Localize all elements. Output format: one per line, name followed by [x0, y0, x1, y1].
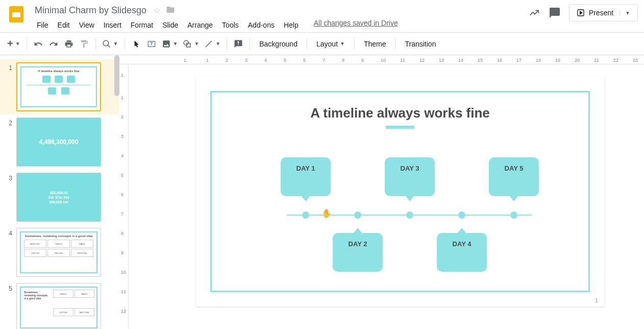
slide-canvas[interactable]: A timeline always works fine DAY 1 DAY 3… — [196, 77, 604, 307]
ruler-tick: 23 — [633, 58, 638, 63]
header-main: Minimal Charm by Slidesgo ☆ File Edit Vi… — [33, 4, 528, 31]
menu-insert[interactable]: Insert — [100, 19, 126, 31]
callout-day3[interactable]: DAY 3 — [385, 157, 435, 196]
ruler-tick: 3 — [121, 134, 123, 139]
image-button[interactable]: ▼ — [160, 37, 180, 51]
slide-number: 1 — [5, 62, 12, 72]
present-button[interactable]: Present ▼ — [569, 4, 638, 21]
menu-help[interactable]: Help — [280, 19, 303, 31]
slide-thumb-1[interactable]: 1 A timeline always works fine — [0, 59, 119, 114]
menu-arrange[interactable]: Arrange — [183, 19, 217, 31]
slide-panel[interactable]: 1 A timeline always works fine 2 4,498,3… — [0, 55, 119, 329]
ruler-tick: 20 — [575, 58, 580, 63]
timeline-dot-5[interactable] — [510, 212, 517, 219]
undo-button[interactable] — [31, 37, 45, 51]
present-dropdown-icon[interactable]: ▼ — [620, 10, 630, 16]
explore-icon[interactable] — [528, 7, 540, 19]
thumb-cell: VENUS — [47, 240, 70, 248]
thumb-stat: 24h 37m 23s — [48, 196, 69, 199]
callout-day4[interactable]: DAY 4 — [437, 233, 487, 272]
comment-button[interactable] — [231, 37, 245, 51]
menu-edit[interactable]: Edit — [54, 19, 74, 31]
canvas-wrap[interactable]: A timeline always works fine DAY 1 DAY 3… — [129, 64, 644, 329]
ruler-tick: 7 — [323, 58, 325, 63]
slide-thumb-5[interactable]: 5 Sometimes, reviewing concepts is a goo… — [0, 280, 119, 329]
ruler-tick: 22 — [613, 58, 618, 63]
ruler-tick: 10 — [121, 270, 126, 275]
ruler-tick: 10 — [381, 58, 386, 63]
callout-day5[interactable]: DAY 5 — [489, 157, 539, 196]
move-folder-icon[interactable] — [166, 5, 175, 16]
separator — [95, 38, 96, 50]
slide-thumb-3[interactable]: 3 333,000.00 24h 37m 23s 386,000 km — [0, 170, 119, 225]
doc-title[interactable]: Minimal Charm by Slidesgo — [33, 4, 148, 17]
theme-button[interactable]: Theme — [359, 37, 391, 51]
menu-format[interactable]: Format — [127, 19, 157, 31]
ruler-tick: 4 — [264, 58, 267, 63]
callout-label: DAY 5 — [505, 165, 524, 172]
ruler-tick: 11 — [400, 58, 405, 63]
thumb-title: A timeline always works fine — [21, 69, 96, 73]
menu-file[interactable]: File — [33, 19, 53, 31]
ruler-tick: 9 — [121, 250, 123, 255]
comments-icon[interactable] — [549, 7, 561, 19]
ruler-tick: 7 — [121, 212, 123, 217]
separator — [307, 38, 307, 50]
save-status[interactable]: All changes saved in Drive — [314, 19, 398, 31]
thumb-cell: NEPTUNE — [71, 249, 93, 257]
horizontal-ruler[interactable]: 1 1 2 3 4 5 6 7 8 9 10 11 12 13 14 15 16… — [119, 55, 644, 64]
menu-tools[interactable]: Tools — [218, 19, 243, 31]
print-button[interactable] — [62, 37, 76, 51]
timeline-dot-2[interactable] — [354, 212, 361, 219]
transition-button[interactable]: Transition — [400, 37, 441, 51]
vertical-ruler[interactable]: 1 1 2 3 4 5 6 7 8 9 10 11 12 — [119, 64, 129, 329]
ruler-tick: 1 — [121, 73, 123, 78]
thumb-bignum: 4,498,300,000 — [39, 138, 79, 146]
paint-format-button[interactable] — [77, 37, 91, 51]
zoom-button[interactable]: ▼ — [100, 37, 120, 51]
star-icon[interactable]: ☆ — [154, 6, 161, 15]
thumb-cell: JUPITER — [24, 249, 46, 257]
title-underline-shape[interactable] — [386, 126, 414, 129]
page-number[interactable]: 1 — [595, 297, 598, 303]
callout-day1[interactable]: DAY 1 — [281, 157, 331, 196]
background-button[interactable]: Background — [254, 37, 303, 51]
thumb-cell: MARS — [71, 240, 93, 248]
slides-logo[interactable] — [6, 4, 27, 25]
layout-button[interactable]: Layout▼ — [311, 37, 350, 51]
ruler-tick: 18 — [536, 58, 541, 63]
shape-button[interactable]: ▼ — [181, 37, 201, 51]
thumb-title: Sometimes, reviewing concepts is a good … — [21, 288, 51, 327]
timeline-dot-4[interactable] — [458, 212, 465, 219]
thumbnail: A timeline always works fine — [16, 62, 101, 111]
menu-view[interactable]: View — [75, 19, 98, 31]
new-slide-button[interactable]: +▼ — [5, 37, 22, 51]
sidebar-scrollbar[interactable] — [114, 55, 119, 96]
ruler-tick: 4 — [121, 153, 123, 158]
textbox-button[interactable] — [144, 37, 159, 51]
thumbnail: Sometimes, reviewing concepts is a good … — [16, 283, 101, 329]
ruler-tick: 12 — [121, 309, 126, 314]
app-header: Minimal Charm by Slidesgo ☆ File Edit Vi… — [0, 0, 644, 33]
ruler-tick: 15 — [478, 58, 483, 63]
timeline-dot-1[interactable] — [302, 212, 309, 219]
menu-addons[interactable]: Add-ons — [244, 19, 279, 31]
thumb-cell: NEPTUNE — [75, 308, 94, 316]
menu-bar: File Edit View Insert Format Slide Arran… — [33, 19, 528, 31]
slide-thumb-2[interactable]: 2 4,498,300,000 — [0, 114, 119, 170]
redo-button[interactable] — [46, 37, 61, 51]
edit-area: 1 1 2 3 4 5 6 7 8 9 10 11 12 13 14 15 16… — [119, 55, 644, 329]
timeline-dot-3[interactable] — [406, 212, 413, 219]
ruler-tick: 8 — [342, 58, 344, 63]
ruler-tick: 19 — [555, 58, 560, 63]
ruler-tick: 6 — [303, 58, 306, 63]
slide-thumb-4[interactable]: 4 Sometimes, reviewing concepts is a goo… — [0, 225, 119, 280]
select-tool[interactable] — [129, 37, 143, 51]
title-row: Minimal Charm by Slidesgo ☆ — [33, 4, 528, 17]
callout-day2[interactable]: DAY 2 — [333, 233, 383, 272]
slide-title[interactable]: A timeline always works fine — [196, 105, 604, 121]
line-button[interactable]: ▼ — [202, 37, 222, 51]
menu-slide[interactable]: Slide — [158, 19, 182, 31]
ruler-tick: 6 — [121, 192, 123, 197]
slide-number: 4 — [5, 228, 12, 237]
